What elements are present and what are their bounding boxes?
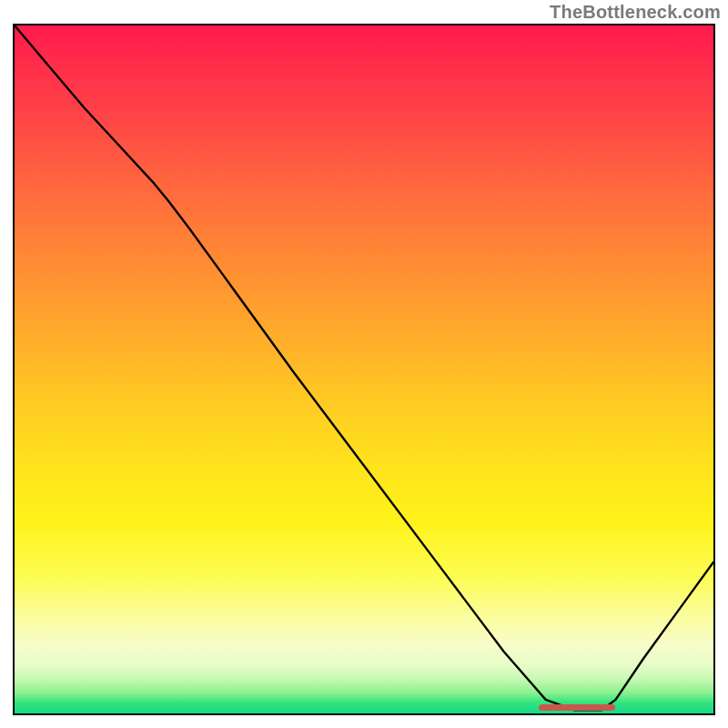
plot-area — [13, 24, 715, 715]
watermark-text: TheBottleneck.com — [550, 2, 721, 23]
optimal-range-marker — [539, 704, 615, 711]
bottleneck-curve — [15, 25, 713, 713]
chart-stage: TheBottleneck.com — [0, 0, 728, 728]
